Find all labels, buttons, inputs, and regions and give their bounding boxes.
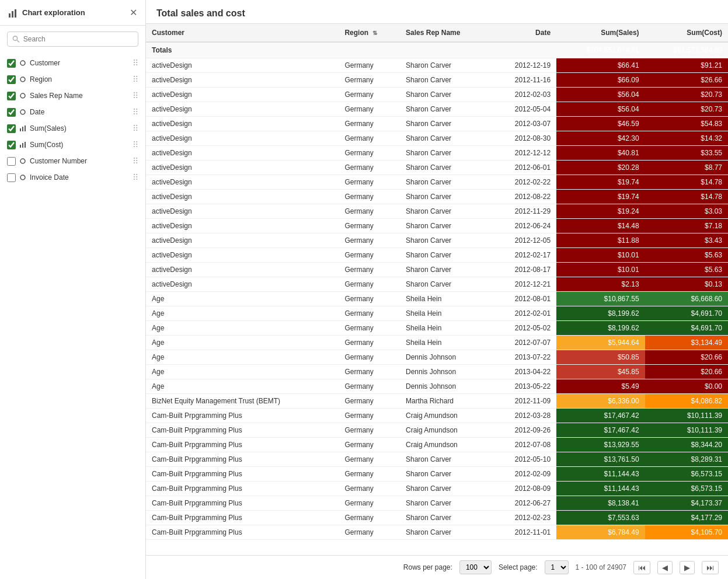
- search-box[interactable]: [7, 32, 138, 47]
- cell-row30-col5: $4,173.37: [645, 496, 728, 511]
- sidebar-item-customer-number[interactable]: Customer Number⠿: [0, 153, 145, 169]
- cell-row18-col2: Sheila Hein: [400, 321, 491, 336]
- data-table-container[interactable]: Customer Region ⇅ Sales Rep Name Date Su…: [146, 24, 728, 555]
- cell-row10-col1: Germany: [339, 204, 400, 219]
- sidebar-item-sum-sales[interactable]: Sum(Sales)⠿: [0, 120, 145, 137]
- cell-row28-col5: $6,573.15: [645, 467, 728, 482]
- cell-row14-col1: Germany: [339, 263, 400, 277]
- drag-handle-sum-cost[interactable]: ⠿: [133, 140, 138, 149]
- cell-row25-col4: $17,467.42: [556, 423, 645, 438]
- table-row: AgeGermanySheila Hein2012-08-01$10,867.5…: [146, 292, 728, 306]
- sidebar-item-label-invoice-date: Invoice Date: [30, 173, 129, 182]
- cell-row12-col1: Germany: [339, 233, 400, 248]
- col-header-sum-cost[interactable]: Sum(Cost): [645, 24, 728, 42]
- cell-row8-col0: activeDesign: [146, 175, 339, 190]
- cell-row20-col3: 2013-07-22: [491, 350, 556, 365]
- table-row: AgeGermanyDennis Johnson2013-04-22$45.85…: [146, 365, 728, 379]
- cell-row22-col4: $5.49: [556, 379, 645, 394]
- sidebar-item-customer[interactable]: Customer⠿: [0, 55, 145, 71]
- last-page-button[interactable]: ⏭: [702, 561, 719, 574]
- checkbox-date[interactable]: [7, 108, 16, 117]
- drag-handle-sum-sales[interactable]: ⠿: [133, 124, 138, 133]
- pagination-bar: Rows per page: 100 50 25 Select page: 1 …: [146, 555, 728, 579]
- cell-row6-col1: Germany: [339, 146, 400, 161]
- next-page-button[interactable]: ▶: [680, 561, 695, 574]
- col-header-region[interactable]: Region ⇅: [339, 24, 400, 42]
- cell-row2-col5: $20.73: [645, 88, 728, 102]
- checkbox-invoice-date[interactable]: [7, 173, 16, 182]
- table-row: activeDesignGermanySharon Carver2012-11-…: [146, 204, 728, 219]
- col-header-date[interactable]: Date: [491, 24, 556, 42]
- cell-row11-col1: Germany: [339, 219, 400, 233]
- prev-page-button[interactable]: ◀: [657, 561, 673, 574]
- cell-row24-col4: $17,467.42: [556, 409, 645, 423]
- cell-row15-col4: $2.13: [556, 277, 645, 292]
- dimension-icon: [19, 158, 26, 165]
- cell-row1-col5: $26.66: [645, 73, 728, 88]
- cell-row27-col5: $8,289.31: [645, 452, 728, 467]
- table-row: activeDesignGermanySharon Carver2012-12-…: [146, 277, 728, 292]
- checkbox-sum-sales[interactable]: [7, 124, 16, 133]
- cell-row26-col5: $8,344.20: [645, 438, 728, 452]
- checkbox-region[interactable]: [7, 75, 16, 84]
- cell-row21-col3: 2013-04-22: [491, 365, 556, 379]
- cell-row26-col4: $13,929.55: [556, 438, 645, 452]
- cell-row13-col1: Germany: [339, 248, 400, 263]
- cell-row22-col2: Dennis Johnson: [400, 379, 491, 394]
- cell-row7-col0: activeDesign: [146, 161, 339, 175]
- sidebar-item-invoice-date[interactable]: Invoice Date⠿: [0, 169, 145, 186]
- sidebar-item-date[interactable]: Date⠿: [0, 104, 145, 120]
- col-header-sum-sales[interactable]: Sum(Sales): [556, 24, 645, 42]
- dimension-icon: [19, 92, 26, 99]
- drag-handle-invoice-date[interactable]: ⠿: [133, 173, 138, 182]
- table-row: Cam-Built Prpgramming PlusGermanySharon …: [146, 467, 728, 482]
- checkbox-customer[interactable]: [7, 59, 16, 68]
- cell-row0-col4: $66.41: [556, 58, 645, 73]
- cell-row10-col2: Sharon Carver: [400, 204, 491, 219]
- cell-row22-col1: Germany: [339, 379, 400, 394]
- table-row: activeDesignGermanySharon Carver2012-05-…: [146, 102, 728, 117]
- cell-row30-col0: Cam-Built Prpgramming Plus: [146, 496, 339, 511]
- drag-handle-sales-rep-name[interactable]: ⠿: [133, 91, 138, 100]
- cell-row19-col4: $5,944.64: [556, 336, 645, 350]
- sidebar-item-sales-rep-name[interactable]: Sales Rep Name⠿: [0, 88, 145, 104]
- sidebar-item-label-customer: Customer: [30, 59, 129, 67]
- table-row: AgeGermanySheila Hein2012-02-01$8,199.62…: [146, 306, 728, 321]
- svg-rect-1: [12, 11, 13, 18]
- drag-handle-customer[interactable]: ⠿: [133, 58, 138, 68]
- cell-row26-col1: Germany: [339, 438, 400, 452]
- sidebar-item-region[interactable]: Region⠿: [0, 71, 145, 88]
- cell-row17-col5: $4,691.70: [645, 306, 728, 321]
- rows-per-page-select[interactable]: 100 50 25: [459, 560, 492, 574]
- drag-handle-region[interactable]: ⠿: [133, 75, 138, 84]
- sidebar-close-button[interactable]: ✕: [130, 7, 137, 18]
- sidebar-item-sum-cost[interactable]: Sum(Cost)⠿: [0, 137, 145, 153]
- col-header-customer[interactable]: Customer: [146, 24, 339, 42]
- svg-rect-0: [9, 13, 11, 18]
- cell-row15-col1: Germany: [339, 277, 400, 292]
- cell-row4-col2: Sharon Carver: [400, 117, 491, 131]
- drag-handle-customer-number[interactable]: ⠿: [133, 156, 138, 166]
- cell-row6-col2: Sharon Carver: [400, 146, 491, 161]
- select-page-select[interactable]: 1 2 3: [545, 560, 569, 574]
- cell-row4-col0: activeDesign: [146, 117, 339, 131]
- checkbox-customer-number[interactable]: [7, 157, 16, 166]
- table-row: BizNet Equity Management Trust (BEMT)Ger…: [146, 394, 728, 409]
- checkbox-sum-cost[interactable]: [7, 141, 16, 149]
- cell-row3-col1: Germany: [339, 102, 400, 117]
- cell-row5-col5: $14.32: [645, 131, 728, 146]
- first-page-button[interactable]: ⏮: [633, 561, 650, 574]
- cell-row31-col3: 2012-02-23: [491, 511, 556, 525]
- cell-row18-col0: Age: [146, 321, 339, 336]
- checkbox-sales-rep-name[interactable]: [7, 92, 16, 100]
- cell-row1-col2: Sharon Carver: [400, 73, 491, 88]
- cell-row23-col5: $4,086.82: [645, 394, 728, 409]
- cell-row10-col0: activeDesign: [146, 204, 339, 219]
- cell-row7-col2: Sharon Carver: [400, 161, 491, 175]
- col-header-sales-rep[interactable]: Sales Rep Name: [400, 24, 491, 42]
- drag-handle-date[interactable]: ⠿: [133, 107, 138, 117]
- cell-row5-col1: Germany: [339, 131, 400, 146]
- cell-row5-col0: activeDesign: [146, 131, 339, 146]
- cell-row29-col4: $11,144.43: [556, 482, 645, 496]
- search-input[interactable]: [23, 35, 133, 43]
